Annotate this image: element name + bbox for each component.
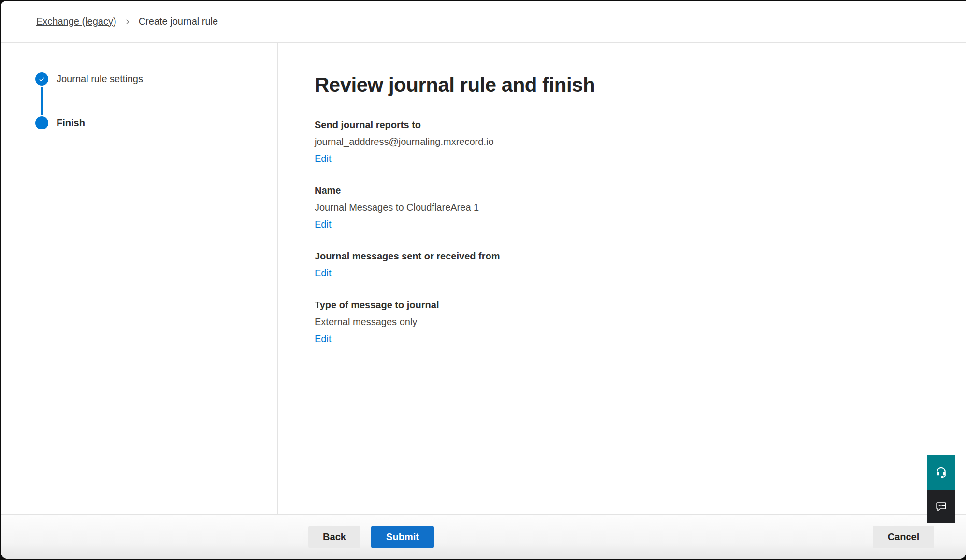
review-section: Name Journal Messages to CloudflareArea …: [315, 182, 947, 233]
breadcrumb: Exchange (legacy) Create journal rule: [1, 1, 966, 43]
section-label: Send journal reports to: [315, 116, 947, 133]
wizard-step-finish: Finish: [35, 116, 277, 129]
help-button[interactable]: [927, 455, 955, 490]
edit-link[interactable]: Edit: [315, 330, 331, 347]
headset-icon: [935, 466, 948, 480]
review-section: Type of message to journal External mess…: [315, 297, 947, 347]
review-sections: Send journal reports to journal_adddress…: [315, 116, 947, 347]
review-section: Journal messages sent or received from E…: [315, 248, 947, 282]
app-window: Exchange (legacy) Create journal rule Jo…: [1, 1, 966, 559]
edit-link[interactable]: Edit: [315, 216, 331, 233]
step-completed-check-icon: [35, 72, 48, 86]
section-label: Journal messages sent or received from: [315, 248, 947, 265]
wizard-step-journal-rule-settings[interactable]: Journal rule settings: [35, 72, 277, 86]
breadcrumb-current: Create journal rule: [139, 16, 218, 27]
section-label: Type of message to journal: [315, 297, 947, 314]
step-label: Journal rule settings: [57, 72, 143, 86]
section-value: Journal Messages to CloudflareArea 1: [315, 199, 947, 216]
back-button[interactable]: Back: [308, 526, 360, 548]
section-value: journal_adddress@journaling.mxrecord.io: [315, 133, 947, 150]
wizard-steps-panel: Journal rule settings Finish: [1, 43, 278, 515]
review-section: Send journal reports to journal_adddress…: [315, 116, 947, 167]
review-panel: Review journal rule and finish Send jour…: [278, 43, 966, 515]
breadcrumb-parent-link[interactable]: Exchange (legacy): [36, 16, 116, 27]
chevron-right-icon: [124, 18, 131, 25]
submit-button[interactable]: Submit: [371, 526, 434, 548]
section-label: Name: [315, 182, 947, 199]
footer-action-bar: Back Submit Cancel: [1, 514, 966, 559]
step-current-dot-icon: [35, 116, 48, 129]
page-title: Review journal rule and finish: [315, 73, 947, 97]
cancel-button[interactable]: Cancel: [873, 526, 934, 548]
screen: Exchange (legacy) Create journal rule Jo…: [0, 0, 966, 560]
feedback-icon: [935, 500, 948, 514]
step-label: Finish: [57, 116, 85, 129]
edit-link[interactable]: Edit: [315, 265, 331, 282]
step-connector-line: [41, 87, 43, 115]
feedback-button[interactable]: [927, 490, 955, 523]
section-value: External messages only: [315, 314, 947, 330]
content-area: Journal rule settings Finish Review jour…: [1, 43, 966, 515]
edit-link[interactable]: Edit: [315, 150, 331, 167]
